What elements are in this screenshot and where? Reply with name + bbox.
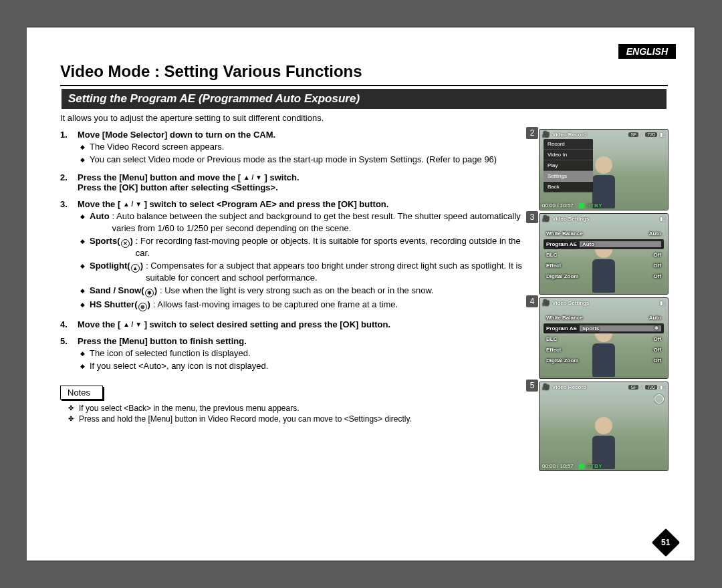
- stby-icon: [579, 464, 584, 469]
- step-number: 2.: [60, 172, 78, 192]
- definition: Sports(✕): For recording fast-moving peo…: [90, 235, 529, 259]
- setting-row[interactable]: White BalanceAuto: [544, 229, 664, 239]
- bullet: The icon of selected function is display…: [90, 347, 529, 359]
- setting-row[interactable]: Digital ZoomOff: [544, 271, 664, 281]
- screenshot-3: 3 🎥Video Settings▮▯ White BalanceAuto Pr…: [539, 214, 668, 294]
- osd-title: Video Settings: [552, 300, 589, 306]
- battery-icon: ▮▯: [660, 300, 665, 306]
- manual-page: ENGLISH Video Mode : Setting Various Fun…: [27, 27, 695, 561]
- menu-item-play[interactable]: Play: [544, 160, 593, 171]
- section-heading: Setting the Program AE (Programmed Auto …: [62, 89, 667, 109]
- osd-title: Video Settings: [552, 216, 589, 222]
- sports-icon: ✕: [121, 239, 130, 248]
- page-number: 51: [656, 533, 676, 553]
- language-tab: ENGLISH: [618, 44, 676, 59]
- bullet: You can select Video mode or Previous mo…: [90, 154, 529, 166]
- battery-icon: ▮▯: [660, 384, 665, 390]
- notes-heading: Notes: [60, 386, 103, 400]
- camera-icon: 🎥: [542, 384, 550, 390]
- setting-row[interactable]: BLCOff: [544, 334, 664, 344]
- divider: [60, 85, 668, 86]
- menu-item-record[interactable]: Record: [544, 139, 593, 150]
- battery-icon: ▮▯: [660, 132, 665, 138]
- step-number: 5.: [60, 336, 78, 372]
- setting-row-selected[interactable]: Program AEAuto: [544, 239, 664, 249]
- screenshot-number: 4: [526, 295, 538, 307]
- definition: HS Shutter(⊗): Allows fast-moving images…: [90, 299, 529, 311]
- definition: Sand / Snow(❄): Use when the light is ve…: [90, 285, 529, 297]
- spotlight-icon: ▲: [131, 264, 140, 273]
- definition: Auto: Auto balance between the subject a…: [90, 210, 529, 234]
- step-number: 1.: [60, 130, 78, 166]
- step-2: 2. Press the [Menu] button and move the …: [60, 172, 529, 192]
- step-title: Press the [Menu] button to finish settin…: [78, 336, 529, 346]
- screenshot-number: 2: [526, 127, 538, 139]
- up-down-icon: ▲ / ▼: [123, 321, 142, 328]
- stby-icon: [579, 203, 584, 208]
- step-1: 1. Move [Mode Selector] down to turn on …: [60, 130, 529, 166]
- sandsnow-icon: ❄: [145, 289, 154, 297]
- setting-row[interactable]: Digital ZoomOff: [544, 355, 664, 365]
- note-item: If you select <Back> in the menu, the pr…: [79, 404, 529, 413]
- setting-row[interactable]: BLCOff: [544, 250, 664, 260]
- menu-item-back[interactable]: Back: [544, 182, 593, 192]
- osd-time: 00:00 / 10:57: [542, 463, 574, 469]
- screenshot-number: 5: [526, 380, 538, 392]
- setting-row[interactable]: EffectOff: [544, 261, 664, 271]
- step-4: 4. Move the [ ▲ / ▼ ] switch to select d…: [60, 319, 529, 329]
- screenshots-column: 2 🎥Video RecordSF/720▮▯ Record Video In …: [539, 130, 668, 470]
- step-3: 3. Move the [ ▲ / ▼ ] switch to select <…: [60, 199, 529, 313]
- bullet: If you select <Auto>, any icon is not di…: [90, 360, 529, 372]
- setting-row-selected[interactable]: Program AESports⊗: [544, 323, 664, 333]
- menu-panel[interactable]: Record Video In Play Settings Back: [544, 139, 593, 192]
- bullet: The Video Record screen appears.: [90, 141, 529, 153]
- screenshot-5: 5 🎥Video RecordSF/720▮▯ 00:00 / 10:57STB…: [539, 382, 668, 470]
- definition: Spotlight(▲): Compensates for a subject …: [90, 260, 529, 283]
- quality-badge: SF: [628, 132, 638, 137]
- camera-icon: 🎥: [542, 215, 550, 222]
- screenshot-number: 3: [526, 211, 538, 223]
- step-5: 5. Press the [Menu] button to finish set…: [60, 336, 529, 372]
- screenshot-2: 2 🎥Video RecordSF/720▮▯ Record Video In …: [539, 130, 668, 210]
- camera-icon: 🎥: [542, 299, 550, 306]
- screenshot-4: 4 🎥Video Settings▮▯ White BalanceAuto Pr…: [539, 298, 668, 378]
- sports-mode-icon: [654, 394, 664, 404]
- osd-time: 00:00 / 10:57: [542, 202, 574, 208]
- setting-row[interactable]: EffectOff: [544, 345, 664, 355]
- page-title: Video Mode : Setting Various Functions: [60, 62, 668, 81]
- camera-icon: 🎥: [542, 131, 550, 138]
- resolution-badge: 720: [645, 385, 657, 390]
- step-number: 3.: [60, 199, 78, 313]
- menu-item-settings[interactable]: Settings: [544, 171, 593, 182]
- step-title: Move the [ ▲ / ▼ ] switch to select <Pro…: [78, 199, 529, 209]
- quality-badge: SF: [628, 385, 638, 390]
- up-down-icon: ▲ / ▼: [123, 200, 142, 208]
- note-item: Press and hold the [Menu] button in Vide…: [79, 414, 529, 424]
- step-title: Move the [ ▲ / ▼ ] switch to select desi…: [78, 319, 529, 329]
- osd-title: Video Record: [552, 384, 586, 390]
- intro-text: It allows you to adjust the aperture set…: [60, 113, 668, 123]
- stby-label: STBY: [587, 202, 602, 208]
- up-down-icon: ▲ / ▼: [243, 174, 262, 181]
- step-title: Press the [Menu] button and move the [ ▲…: [78, 172, 529, 192]
- instructions-column: 1. Move [Mode Selector] down to turn on …: [60, 130, 529, 470]
- setting-row[interactable]: White BalanceAuto: [544, 313, 664, 323]
- stby-label: STBY: [587, 463, 602, 469]
- menu-item-videoin[interactable]: Video In: [544, 150, 593, 160]
- step-number: 4.: [60, 319, 78, 329]
- osd-title: Video Record: [552, 132, 586, 138]
- resolution-badge: 720: [645, 132, 657, 137]
- sports-icon: ⊗: [654, 325, 658, 331]
- battery-icon: ▮▯: [660, 216, 665, 222]
- hsshutter-icon: ⊗: [138, 303, 147, 311]
- step-title: Move [Mode Selector] down to turn on the…: [78, 130, 529, 140]
